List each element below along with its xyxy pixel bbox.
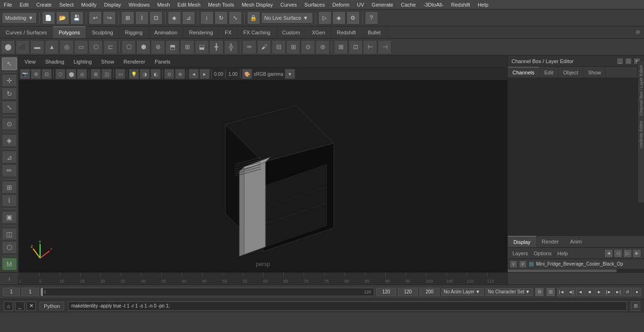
snap-to-grid-btn[interactable]: ⊞ (121, 11, 134, 24)
window-close-btn[interactable]: ✕ (26, 301, 36, 311)
tab-rigging[interactable]: Rigging (119, 26, 149, 38)
magnet-btn[interactable]: 🔒 (247, 11, 260, 24)
fit-btn[interactable]: ⊡ (41, 69, 52, 79)
maya-logo-btn[interactable]: M (2, 258, 17, 270)
start-frame-input[interactable] (22, 288, 39, 296)
sculpt-btn[interactable]: ✏ (242, 40, 256, 54)
scale-btn[interactable]: ⤡ (229, 11, 242, 24)
tab-rendering[interactable]: Rendering (183, 26, 219, 38)
snap-grid-left-btn[interactable]: ⊞ (2, 181, 17, 194)
move-tool-btn[interactable]: ✛ (2, 74, 17, 87)
time-range-input[interactable] (420, 288, 439, 296)
anim-layer-dropdown[interactable]: No Anim Layer ▼ (441, 288, 484, 296)
uv-unfold-btn[interactable]: ⊢ (363, 40, 377, 54)
auto-key-btn[interactable]: ● (633, 288, 641, 296)
tab-fx[interactable]: FX (219, 26, 238, 38)
torus-btn[interactable]: ◎ (59, 40, 74, 54)
menu-edit-mesh[interactable]: Edit Mesh (173, 1, 204, 8)
soft-sel-btn[interactable]: ⊙ (301, 40, 315, 54)
color-profile-drop[interactable]: ▼ (285, 69, 295, 79)
menu-curves[interactable]: Curves (277, 1, 301, 8)
tab-curves-surfaces[interactable]: Curves / Surfaces (0, 26, 53, 38)
show-manip-btn[interactable]: ◈ (2, 134, 17, 147)
display-tab-render[interactable]: Render (536, 236, 564, 247)
python-label[interactable]: Python (40, 302, 64, 310)
viewport[interactable]: View Shading Lighting Show Renderer Pane… (19, 56, 507, 272)
wireframe-view-btn[interactable]: ⬡ (55, 69, 66, 79)
scale-tool-btn[interactable]: ⤡ (2, 101, 17, 113)
transform-btn[interactable]: ↕ (200, 11, 214, 24)
separate-btn[interactable]: ⬢ (136, 40, 150, 54)
frame-thumb[interactable] (41, 288, 43, 296)
render-btn[interactable]: ▷ (318, 11, 331, 24)
paint-weights-btn[interactable]: 🖌 (257, 40, 271, 54)
current-frame-input[interactable] (3, 288, 20, 296)
help-btn[interactable]: ? (365, 11, 378, 24)
next-frame-btn[interactable]: ► (199, 69, 210, 79)
plane-btn[interactable]: ▭ (74, 40, 88, 54)
view-menu-view[interactable]: View (21, 58, 40, 65)
ipr-btn[interactable]: ◈ (332, 11, 346, 24)
menu-mesh-display[interactable]: Mesh Display (238, 1, 277, 8)
render-settings-btn[interactable]: ⚙ (347, 11, 360, 24)
menu-modify[interactable]: Modify (77, 1, 100, 8)
stop-btn[interactable]: ■ (586, 288, 594, 296)
menu-file[interactable]: File (0, 1, 16, 8)
disk-btn[interactable]: ⬡ (89, 40, 103, 54)
channel-tab-object[interactable]: Object (558, 67, 583, 78)
new-file-btn[interactable]: 📄 (42, 11, 55, 24)
tab-redshift[interactable]: Redshift (331, 26, 362, 38)
paint-sel-btn[interactable]: ✏ (2, 164, 17, 177)
menu-windows[interactable]: Windows (125, 1, 154, 8)
view-menu-lighting[interactable]: Lighting (70, 58, 96, 65)
lasso-left-btn[interactable]: ⊿ (2, 151, 17, 163)
render-region-btn[interactable]: ▣ (2, 211, 17, 224)
cone-btn[interactable]: ▲ (45, 40, 59, 54)
bridge-btn[interactable]: ⊞ (180, 40, 194, 54)
window-min-btn[interactable]: _ (15, 301, 25, 311)
resolution-gate-btn[interactable]: ▭ (115, 69, 125, 79)
command-input[interactable] (68, 301, 627, 311)
settings-icon[interactable]: ⚙ (632, 26, 644, 39)
layers-arrow-left2-btn[interactable]: ◁ (614, 249, 622, 258)
ao-btn[interactable]: ◐ (150, 69, 161, 79)
sphere-btn[interactable]: ⬤ (1, 40, 15, 54)
snap-to-curve-btn[interactable]: ⌇ (135, 11, 149, 24)
lighting-btn[interactable]: 💡 (129, 69, 139, 79)
live-surface-dropdown[interactable]: No Live Surface ▼ (261, 12, 313, 24)
channel-tab-channels[interactable]: Channels (508, 67, 539, 78)
lasso-btn[interactable]: ⊿ (182, 11, 195, 24)
view-menu-panels[interactable]: Panels (151, 58, 174, 65)
cube-btn[interactable]: ⬛ (16, 40, 30, 54)
iso-select-btn[interactable]: ⊛ (175, 69, 185, 79)
channel-tab-show[interactable]: Show (583, 67, 606, 78)
menu-display[interactable]: Display (100, 1, 125, 8)
window-home-btn[interactable]: ⌂ (4, 301, 13, 311)
tab-polygons[interactable]: Polygons (53, 26, 86, 38)
display-tab-anim[interactable]: Anim (564, 236, 587, 247)
wireframe-btn[interactable]: ⊞ (286, 40, 300, 54)
tab-fx-caching[interactable]: FX Caching (238, 26, 276, 38)
layers-arrow-right2-btn[interactable]: ► (633, 249, 641, 258)
menu-select[interactable]: Select (56, 1, 78, 8)
smooth-shaded-btn[interactable]: ⬤ (66, 69, 76, 79)
redo-btn[interactable]: ↪ (103, 11, 116, 24)
play-fwd-btn[interactable]: ► (595, 288, 603, 296)
select-tool-btn[interactable]: ↖ (2, 57, 17, 70)
attribute-editor-tab[interactable]: Attribute Editor (639, 119, 644, 151)
next-key-btn[interactable]: |► (604, 288, 613, 296)
layer-playback-btn[interactable]: P (519, 260, 527, 268)
select-display-btn[interactable]: ⊙ (164, 69, 174, 79)
frame-range-slider[interactable]: 1 120 (41, 288, 374, 296)
save-file-btn[interactable]: 💾 (70, 11, 83, 24)
channel-tab-edit[interactable]: Edit (539, 67, 558, 78)
end-frame-input[interactable] (376, 288, 396, 296)
tab-xgen[interactable]: XGen (306, 26, 331, 38)
smooth-btn[interactable]: ⊛ (151, 40, 165, 54)
snap-to-point-btn[interactable]: ⊡ (149, 11, 163, 24)
layers-menu-help[interactable]: Help (555, 251, 570, 256)
play-back-btn[interactable]: ◄ (576, 288, 585, 296)
tab-sculpting[interactable]: Sculpting (86, 26, 119, 38)
color-profile-btn[interactable]: 🎨 (242, 69, 252, 79)
shadow-btn[interactable]: ◑ (140, 69, 150, 79)
